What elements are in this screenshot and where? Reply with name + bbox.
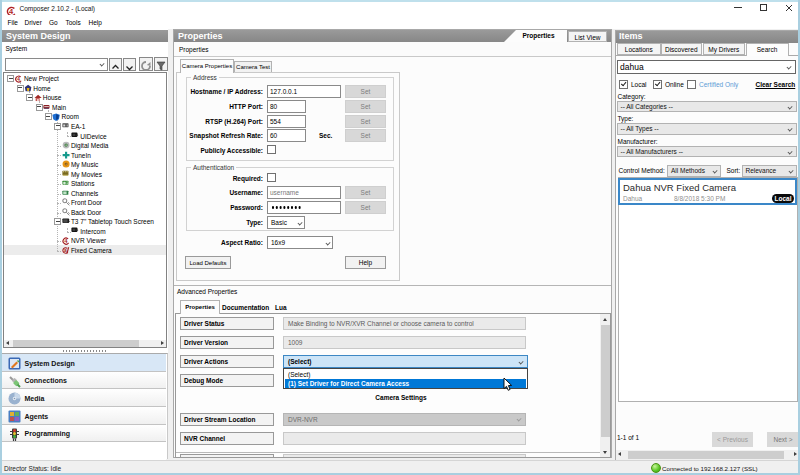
svg-text:4: 4: [17, 76, 20, 82]
svg-text:a: a: [64, 248, 67, 253]
